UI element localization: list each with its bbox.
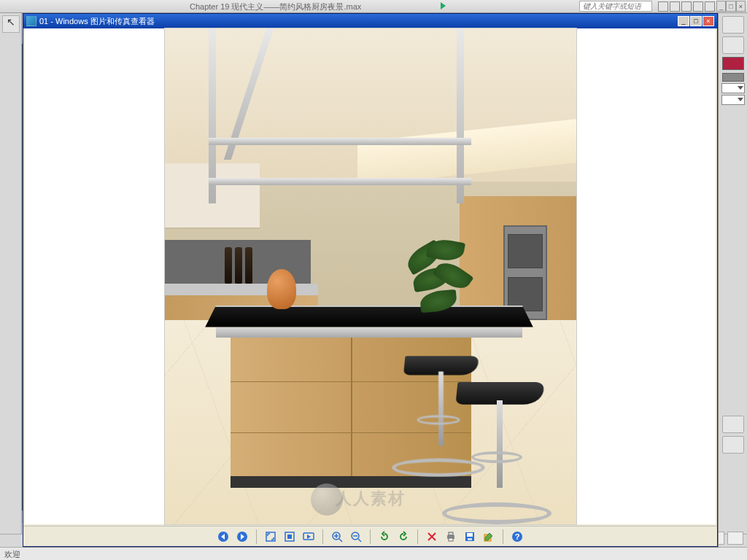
- teapot-icon[interactable]: [722, 16, 744, 34]
- schematic-view-icon[interactable]: [722, 416, 744, 433]
- actual-size-button[interactable]: [282, 529, 298, 545]
- infocenter-button[interactable]: [681, 1, 692, 12]
- host-left-toolbar: [0, 13, 22, 560]
- picture-viewer-window: 01 - Windows 图片和传真查看器 _ □ ×: [23, 13, 718, 547]
- object-color-swatch[interactable]: [722, 57, 744, 70]
- svg-rect-4: [287, 534, 292, 539]
- infocenter-button[interactable]: [658, 1, 668, 12]
- maximize-viewport-icon[interactable]: [727, 532, 743, 545]
- help-search-input[interactable]: [579, 1, 652, 12]
- status-text: 欢迎: [4, 550, 20, 559]
- window-minimize-button[interactable]: _: [678, 16, 689, 26]
- infocenter-button[interactable]: [670, 1, 680, 12]
- host-minimize-button[interactable]: _: [716, 1, 726, 12]
- host-titlebar: Chapter 19 现代主义——简约风格厨房夜景.max _ □ ×: [0, 0, 747, 13]
- infocenter-button[interactable]: [705, 1, 715, 12]
- rotate-ccw-button[interactable]: [376, 529, 392, 545]
- svg-rect-12: [467, 533, 473, 537]
- host-file-title: Chapter 19 现代主义——简约风格厨房夜景.max: [190, 1, 361, 12]
- zoom-in-button[interactable]: [329, 529, 345, 545]
- prev-image-button[interactable]: [215, 529, 231, 545]
- svg-rect-13: [468, 538, 472, 540]
- window-maximize-button[interactable]: □: [690, 16, 702, 26]
- rotate-cw-button[interactable]: [395, 529, 411, 545]
- zoom-out-button[interactable]: [348, 529, 364, 545]
- svg-rect-2: [266, 532, 275, 541]
- slideshow-button[interactable]: [301, 529, 317, 545]
- print-button[interactable]: [443, 529, 459, 545]
- host-command-panel: [718, 13, 747, 560]
- host-status-bar: 欢迎: [0, 547, 747, 560]
- infocenter-button[interactable]: [693, 1, 703, 12]
- watermark-text: 人人素材: [336, 488, 406, 510]
- delete-button[interactable]: [424, 529, 440, 545]
- host-maximize-button[interactable]: □: [726, 1, 735, 12]
- panel-swatch[interactable]: [722, 73, 744, 82]
- host-close-button[interactable]: ×: [736, 1, 746, 12]
- copy-to-button[interactable]: [462, 529, 478, 545]
- host-window-controls: _ □ ×: [716, 1, 746, 12]
- viewer-canvas[interactable]: 人人素材: [25, 28, 716, 524]
- svg-rect-10: [449, 538, 453, 541]
- panel-dropdown[interactable]: [721, 83, 745, 93]
- hammer-icon[interactable]: [722, 36, 744, 54]
- window-close-button[interactable]: ×: [703, 16, 714, 26]
- viewer-toolbar: ?: [23, 526, 717, 546]
- script-play-icon[interactable]: [441, 2, 446, 9]
- viewer-titlebar[interactable]: 01 - Windows 图片和传真查看器 _ □ ×: [23, 14, 717, 28]
- app-icon: [26, 16, 36, 26]
- layer-icon[interactable]: [722, 436, 744, 454]
- panel-dropdown[interactable]: [721, 95, 745, 105]
- select-tool-icon[interactable]: [2, 15, 20, 33]
- next-image-button[interactable]: [234, 529, 250, 545]
- svg-text:?: ?: [515, 532, 520, 541]
- rendered-image: 人人素材: [165, 28, 576, 524]
- viewer-title-text: 01 - Windows 图片和传真查看器: [39, 16, 678, 27]
- svg-rect-9: [449, 532, 453, 535]
- help-button[interactable]: ?: [509, 529, 525, 545]
- open-for-edit-button[interactable]: [481, 529, 497, 545]
- best-fit-button[interactable]: [263, 529, 279, 545]
